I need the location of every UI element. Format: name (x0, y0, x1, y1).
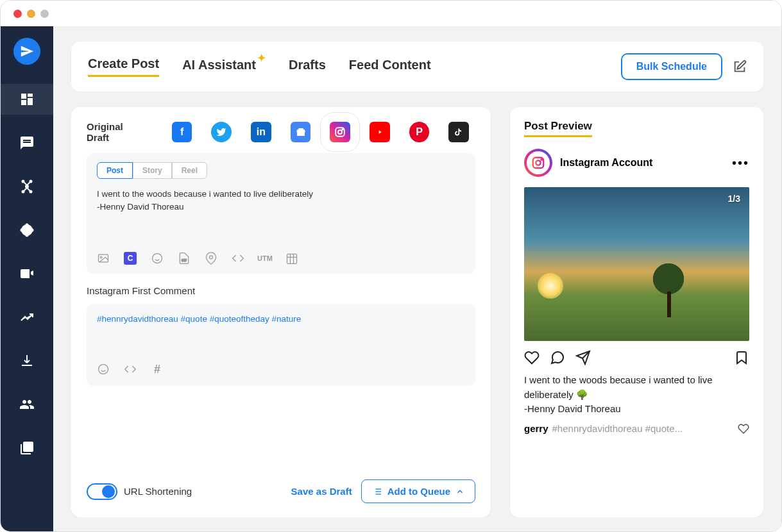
add-to-queue-button[interactable]: Add to Queue (361, 479, 475, 503)
svg-point-9 (22, 181, 24, 183)
bulk-schedule-button[interactable]: Bulk Schedule (621, 53, 722, 80)
svg-rect-3 (21, 100, 26, 105)
comment-icon[interactable] (550, 350, 565, 365)
svg-point-23 (153, 254, 162, 263)
bookmark-icon[interactable] (734, 350, 749, 365)
gif-icon[interactable]: GIF (178, 252, 191, 265)
tab-ai-assistant[interactable]: AI Assistant✦ (182, 58, 266, 76)
svg-point-4 (26, 185, 28, 188)
preview-title: Post Preview (524, 120, 592, 137)
compose-icon[interactable] (733, 60, 747, 74)
format-tab-post[interactable]: Post (97, 162, 133, 179)
hashtags-input[interactable]: #hennrydavidthoreau #quote #quoteoftheda… (97, 314, 465, 351)
app-logo[interactable] (13, 38, 40, 65)
nav-download[interactable] (1, 345, 53, 376)
svg-point-39 (541, 159, 542, 160)
preview-more-icon[interactable]: ••• (732, 156, 749, 170)
nav-analytics[interactable] (1, 302, 53, 333)
preview-comment-tags: #hennrydavidthoreau #quote... (552, 423, 734, 434)
media-icon[interactable] (97, 252, 110, 265)
original-draft-label: Original Draft (87, 121, 148, 143)
nav-target[interactable] (1, 215, 53, 245)
image-counter: 1/3 (728, 194, 740, 204)
like-icon[interactable] (524, 350, 540, 365)
instagram-avatar (524, 149, 552, 177)
preview-image: 1/3 (524, 187, 749, 341)
channel-tiktok[interactable] (448, 122, 469, 142)
svg-rect-1 (28, 94, 33, 97)
preview-caption: I went to the woods because i wanted to … (524, 373, 749, 417)
code-icon[interactable] (232, 252, 244, 265)
utm-button[interactable]: UTM (259, 252, 271, 265)
tab-drafts[interactable]: Drafts (289, 58, 326, 76)
sparkle-icon: ✦ (257, 53, 266, 63)
preview-panel: Post Preview Instagram Account ••• 1/3 (510, 107, 763, 517)
draft-textarea[interactable]: I went to the woods because i wanted to … (97, 188, 465, 239)
nav-messages[interactable] (1, 128, 53, 158)
window-titlebar (1, 1, 781, 26)
nav-library[interactable] (1, 433, 53, 463)
composer-panel: Original Draft f in P Post Story (71, 107, 491, 517)
svg-point-10 (30, 181, 32, 183)
url-shortening-toggle[interactable] (87, 483, 117, 500)
nav-team[interactable] (1, 389, 53, 420)
url-shortening-label: URL Shortening (124, 486, 192, 497)
svg-point-19 (338, 130, 342, 134)
svg-rect-26 (287, 254, 297, 263)
tab-create-post[interactable]: Create Post (88, 56, 159, 77)
svg-point-17 (31, 229, 33, 231)
nav-network[interactable] (1, 171, 53, 202)
comment-like-icon[interactable] (738, 423, 749, 435)
svg-rect-2 (28, 98, 33, 105)
channel-pinterest[interactable]: P (409, 122, 430, 142)
svg-point-15 (26, 235, 28, 237)
save-draft-button[interactable]: Save as Draft (291, 486, 352, 497)
svg-rect-0 (21, 94, 26, 99)
channel-youtube[interactable] (370, 122, 390, 142)
comment-code-icon[interactable] (124, 363, 137, 376)
tab-feed-content[interactable]: Feed Content (349, 58, 431, 76)
svg-point-20 (343, 129, 344, 130)
comment-emoji-icon[interactable] (97, 363, 110, 376)
svg-point-22 (100, 256, 102, 258)
instagram-account-name: Instagram Account (560, 157, 652, 169)
hashtag-icon[interactable]: # (151, 363, 164, 376)
preview-commenter: gerry (524, 423, 548, 434)
calendar-icon[interactable] (285, 252, 298, 265)
first-comment-label: Instagram First Comment (87, 285, 475, 296)
first-comment-box: #hennrydavidthoreau #quote #quoteoftheda… (87, 304, 475, 386)
channel-facebook[interactable]: f (172, 122, 192, 142)
maximize-window[interactable] (40, 10, 49, 18)
channel-instagram[interactable] (330, 122, 350, 142)
svg-point-38 (536, 160, 540, 165)
close-window[interactable] (13, 10, 22, 18)
nav-dashboard[interactable] (1, 84, 53, 115)
channel-linkedin[interactable]: in (251, 122, 271, 142)
minimize-window[interactable] (27, 10, 35, 18)
emoji-icon[interactable] (151, 252, 164, 265)
canva-icon[interactable]: C (124, 252, 137, 265)
channel-twitter[interactable] (211, 122, 232, 142)
svg-point-14 (26, 224, 28, 226)
format-tab-reel[interactable]: Reel (172, 162, 207, 179)
format-tab-story[interactable]: Story (133, 162, 172, 179)
share-icon[interactable] (575, 350, 591, 365)
svg-point-25 (210, 256, 213, 259)
sidebar (1, 26, 53, 532)
svg-point-11 (22, 191, 24, 193)
svg-point-30 (99, 365, 108, 374)
svg-text:GIF: GIF (182, 258, 187, 262)
editor-box: Post Story Reel I went to the woods beca… (87, 153, 475, 274)
location-icon[interactable] (205, 252, 217, 265)
tabs-bar: Create Post AI Assistant✦ Drafts Feed Co… (71, 42, 763, 92)
channel-google-business[interactable] (291, 122, 311, 142)
nav-campaign[interactable] (1, 258, 53, 289)
svg-point-12 (30, 191, 32, 193)
svg-point-16 (21, 229, 23, 231)
